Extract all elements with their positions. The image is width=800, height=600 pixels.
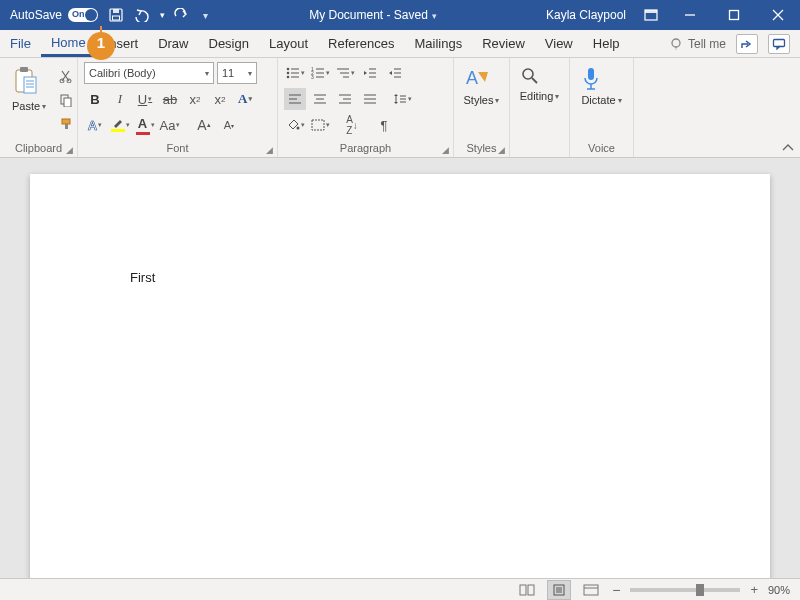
voice-group-label: Voice: [588, 142, 615, 154]
document-body-text[interactable]: First: [130, 270, 155, 285]
brush-icon: [59, 117, 73, 131]
svg-rect-4: [645, 10, 657, 13]
font-size-select[interactable]: 11: [217, 62, 257, 84]
show-marks-button[interactable]: ¶: [373, 114, 395, 136]
undo-button[interactable]: [132, 8, 152, 22]
underline-button[interactable]: U: [134, 88, 156, 110]
redo-button[interactable]: [173, 8, 189, 22]
change-case-button[interactable]: Aa: [159, 114, 181, 136]
styles-icon: A: [464, 66, 490, 92]
tab-design[interactable]: Design: [199, 30, 259, 57]
zoom-slider-thumb[interactable]: [696, 584, 704, 596]
tab-file[interactable]: File: [0, 30, 41, 57]
tell-me-search[interactable]: Tell me: [670, 37, 726, 51]
highlight-button[interactable]: [109, 114, 131, 136]
grow-font-button[interactable]: A▴: [193, 114, 215, 136]
bullets-icon: [286, 67, 300, 79]
window-controls: [668, 0, 800, 30]
multilevel-list-button[interactable]: [334, 62, 356, 84]
document-page[interactable]: First: [30, 174, 770, 578]
shading-button[interactable]: [284, 114, 306, 136]
read-mode-button[interactable]: [516, 581, 538, 599]
autosave: AutoSave On: [0, 8, 98, 22]
align-right-button[interactable]: [334, 88, 356, 110]
web-layout-button[interactable]: [580, 581, 602, 599]
chevron-up-icon: [782, 143, 794, 153]
bulb-icon: [670, 37, 684, 51]
svg-rect-73: [584, 585, 598, 595]
decrease-indent-button[interactable]: [359, 62, 381, 84]
font-size-value: 11: [222, 67, 234, 79]
comments-button[interactable]: [768, 34, 790, 54]
autosave-state: On: [72, 9, 85, 19]
print-layout-button[interactable]: [548, 581, 570, 599]
zoom-out-button[interactable]: −: [612, 582, 620, 598]
superscript-button[interactable]: x2: [209, 88, 231, 110]
format-painter-button[interactable]: [56, 114, 76, 134]
paragraph-launcher-icon[interactable]: ◢: [442, 145, 449, 155]
tab-view[interactable]: View: [535, 30, 583, 57]
autosave-toggle[interactable]: On: [68, 8, 98, 22]
text-effects-button[interactable]: A: [234, 88, 256, 110]
dictate-button[interactable]: Dictate: [575, 62, 627, 110]
sort-button[interactable]: AZ↓: [341, 114, 363, 136]
bullets-button[interactable]: [284, 62, 306, 84]
callout-number: 1: [86, 34, 116, 51]
strikethrough-button[interactable]: ab: [159, 88, 181, 110]
close-button[interactable]: [756, 0, 800, 30]
italic-button[interactable]: I: [109, 88, 131, 110]
tab-draw[interactable]: Draw: [148, 30, 198, 57]
undo-more-icon[interactable]: ▾: [160, 10, 165, 20]
cut-button[interactable]: [56, 66, 76, 86]
minimize-button[interactable]: [668, 0, 712, 30]
maximize-button[interactable]: [712, 0, 756, 30]
svg-text:A: A: [466, 68, 478, 88]
tab-layout[interactable]: Layout: [259, 30, 318, 57]
user-name[interactable]: Kayla Claypool: [538, 8, 634, 22]
collapse-ribbon-button[interactable]: [776, 58, 800, 157]
numbering-button[interactable]: 123: [309, 62, 331, 84]
dictate-label: Dictate: [581, 94, 621, 106]
font-name-select[interactable]: Calibri (Body): [84, 62, 214, 84]
styles-button[interactable]: A Styles: [458, 62, 506, 110]
zoom-in-button[interactable]: +: [750, 582, 758, 597]
increase-indent-button[interactable]: [384, 62, 406, 84]
svg-rect-67: [520, 585, 526, 595]
save-icon[interactable]: [108, 7, 124, 23]
ribbon-display-options[interactable]: [634, 9, 668, 21]
paste-button[interactable]: Paste: [6, 62, 52, 116]
font-color-button[interactable]: A: [134, 114, 156, 136]
font-outline-button[interactable]: A: [84, 114, 106, 136]
borders-icon: [311, 119, 325, 131]
editing-button[interactable]: Editing: [514, 62, 566, 106]
copy-button[interactable]: [56, 90, 76, 110]
svg-rect-6: [730, 11, 739, 20]
shrink-font-button[interactable]: A▾: [218, 114, 240, 136]
subscript-button[interactable]: x2: [184, 88, 206, 110]
borders-button[interactable]: [309, 114, 331, 136]
align-center-button[interactable]: [309, 88, 331, 110]
zoom-value[interactable]: 90%: [768, 584, 790, 596]
indent-icon: [388, 67, 402, 79]
svg-point-22: [286, 68, 289, 71]
svg-rect-20: [64, 98, 71, 107]
tab-references[interactable]: References: [318, 30, 404, 57]
line-spacing-button[interactable]: [391, 88, 413, 110]
zoom-slider[interactable]: [630, 588, 740, 592]
tab-help[interactable]: Help: [583, 30, 630, 57]
svg-point-62: [523, 69, 533, 79]
styles-group-label: Styles: [467, 142, 497, 154]
svg-rect-68: [528, 585, 534, 595]
ribbon: Paste Clipboard◢ Calibri (Body) 11 B I U…: [0, 58, 800, 158]
document-workspace[interactable]: First: [0, 158, 800, 578]
justify-icon: [363, 93, 377, 105]
tab-mailings[interactable]: Mailings: [405, 30, 473, 57]
clipboard-launcher-icon[interactable]: ◢: [66, 145, 73, 155]
styles-launcher-icon[interactable]: ◢: [498, 145, 505, 155]
align-left-button[interactable]: [284, 88, 306, 110]
tab-review[interactable]: Review: [472, 30, 535, 57]
font-launcher-icon[interactable]: ◢: [266, 145, 273, 155]
share-button[interactable]: [736, 34, 758, 54]
bold-button[interactable]: B: [84, 88, 106, 110]
justify-button[interactable]: [359, 88, 381, 110]
